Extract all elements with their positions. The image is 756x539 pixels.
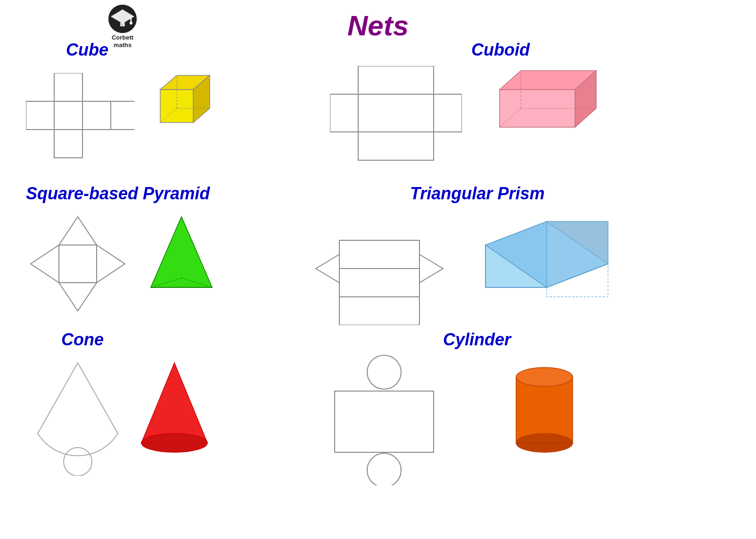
svg-rect-40 <box>339 240 419 269</box>
svg-rect-19 <box>358 94 434 132</box>
cylinder-3d <box>509 353 580 464</box>
svg-rect-17 <box>358 66 434 94</box>
svg-rect-20 <box>434 94 462 132</box>
prism-3d <box>481 207 613 303</box>
svg-rect-6 <box>26 101 54 130</box>
svg-rect-60 <box>335 391 434 452</box>
svg-marker-44 <box>419 254 443 283</box>
pyramid-3d <box>141 212 222 308</box>
svg-rect-9 <box>111 101 134 130</box>
cone-3d <box>137 358 212 464</box>
svg-point-59 <box>367 355 401 389</box>
svg-marker-31 <box>31 245 59 283</box>
page-title: Nets <box>347 9 409 42</box>
svg-rect-62 <box>516 377 573 443</box>
cube-3d <box>151 66 212 134</box>
svg-rect-41 <box>339 269 419 297</box>
svg-rect-5 <box>54 73 82 101</box>
svg-rect-2 <box>120 23 125 26</box>
svg-marker-32 <box>97 245 125 283</box>
cylinder-title: Cylinder <box>443 330 511 350</box>
svg-marker-30 <box>59 283 97 311</box>
pyramid-title: Square-based Pyramid <box>26 184 210 204</box>
svg-point-63 <box>516 368 573 386</box>
svg-rect-7 <box>54 101 82 130</box>
cuboid-net <box>330 66 462 176</box>
svg-rect-21 <box>358 132 434 160</box>
svg-marker-43 <box>316 254 339 283</box>
prism-net <box>311 212 448 327</box>
cube-net <box>26 73 134 169</box>
svg-rect-28 <box>59 245 97 283</box>
prism-title: Triangular Prism <box>410 184 544 204</box>
logo: Corbettmaths <box>108 5 137 49</box>
svg-rect-8 <box>82 101 111 130</box>
pyramid-net <box>26 212 130 327</box>
logo-text: Corbettmaths <box>108 34 137 49</box>
cone-title: Cone <box>61 330 104 350</box>
svg-marker-55 <box>141 363 207 443</box>
svg-rect-42 <box>339 297 419 325</box>
cylinder-net <box>320 353 448 487</box>
svg-rect-10 <box>54 130 82 158</box>
cuboid-title: Cuboid <box>471 40 530 60</box>
cone-net <box>28 358 127 478</box>
svg-marker-35 <box>151 217 212 287</box>
svg-rect-18 <box>330 94 358 132</box>
cube-title: Cube <box>66 40 108 60</box>
cuboid-3d <box>495 61 603 139</box>
svg-point-54 <box>64 448 92 476</box>
svg-point-61 <box>367 453 401 485</box>
svg-marker-29 <box>59 217 97 245</box>
svg-point-4 <box>130 22 132 24</box>
